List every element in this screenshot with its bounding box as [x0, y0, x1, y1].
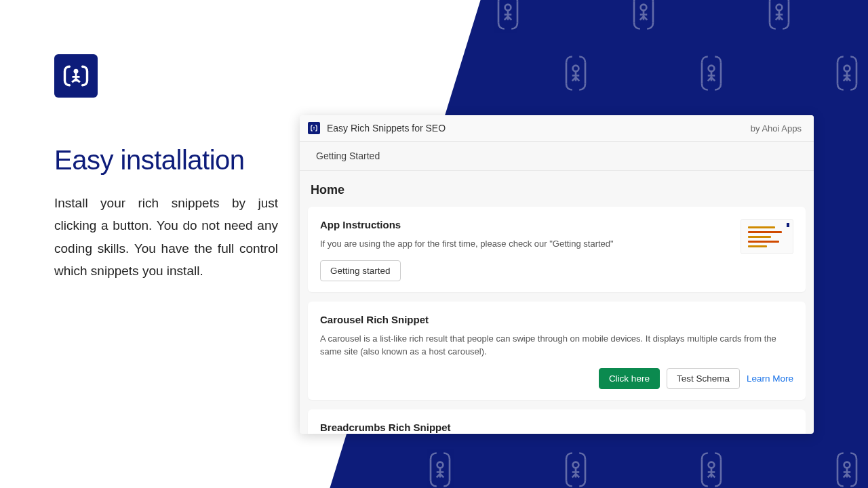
svg-point-6	[709, 66, 715, 72]
svg-point-2	[641, 5, 647, 11]
instructions-thumbnail	[741, 219, 793, 254]
card-breadcrumbs-snippet: Breadcrumbs Rich Snippet	[308, 409, 806, 434]
card-description: If you are using the app for the first t…	[320, 237, 731, 251]
svg-point-1	[505, 5, 511, 11]
card-app-instructions: App Instructions If you are using the ap…	[308, 207, 806, 292]
app-author: by Ahoi Apps	[751, 123, 802, 134]
card-title: Carousel Rich Snippet	[320, 314, 793, 325]
svg-point-10	[709, 462, 715, 468]
tab-getting-started[interactable]: Getting Started	[316, 150, 380, 161]
svg-point-11	[844, 462, 850, 468]
svg-rect-16	[314, 128, 315, 130]
tabbar: Getting Started	[300, 142, 814, 171]
page-title: Home	[311, 183, 803, 197]
card-title: App Instructions	[320, 219, 731, 230]
card-title: Breadcrumbs Rich Snippet	[320, 422, 793, 433]
headline: Easy installation	[54, 145, 278, 176]
svg-point-3	[776, 5, 783, 11]
svg-point-15	[313, 127, 315, 128]
card-carousel-snippet: Carousel Rich Snippet A carousel is a li…	[308, 302, 806, 400]
marketing-copy: Easy installation Install your rich snip…	[54, 54, 278, 282]
titlebar-app-icon	[308, 122, 320, 134]
app-title: Easy Rich Snippets for SEO	[327, 123, 446, 134]
headline-description: Install your rich snippets by just click…	[54, 192, 278, 282]
app-window: Easy Rich Snippets for SEO by Ahoi Apps …	[300, 115, 814, 434]
svg-point-9	[573, 462, 579, 468]
svg-point-4	[437, 66, 443, 72]
learn-more-link[interactable]: Learn More	[747, 373, 793, 384]
click-here-button[interactable]: Click here	[599, 368, 660, 389]
svg-rect-14	[73, 76, 80, 78]
test-schema-button[interactable]: Test Schema	[667, 368, 740, 389]
svg-point-0	[366, 5, 372, 11]
svg-point-7	[844, 66, 850, 72]
titlebar: Easy Rich Snippets for SEO by Ahoi Apps	[300, 115, 814, 142]
svg-point-8	[437, 462, 443, 468]
svg-point-5	[573, 66, 579, 72]
app-logo-icon	[54, 54, 98, 98]
card-description: A carousel is a list-like rich result th…	[320, 332, 793, 359]
svg-point-12	[74, 69, 79, 74]
getting-started-button[interactable]: Getting started	[320, 260, 401, 281]
